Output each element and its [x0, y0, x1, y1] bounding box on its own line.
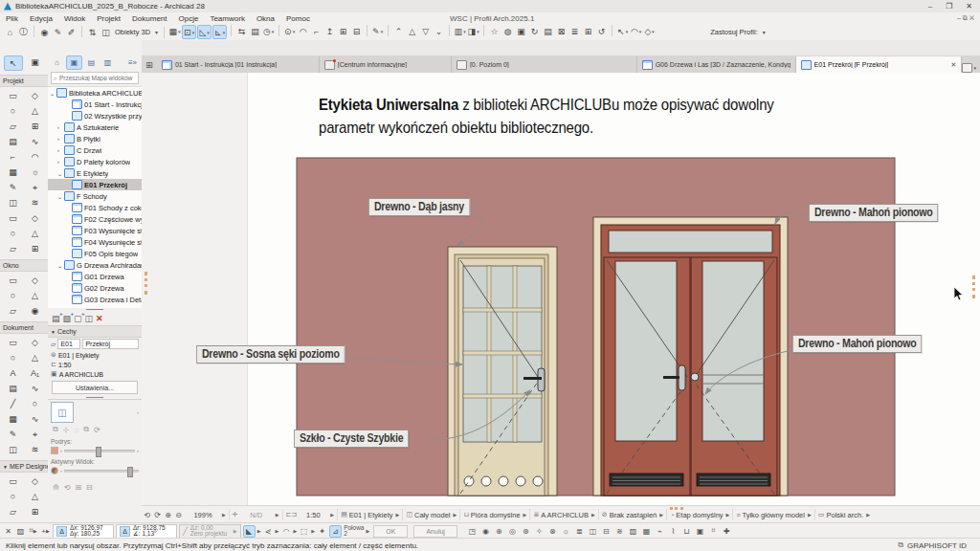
search-input[interactable] [57, 74, 138, 82]
guide-lines-icon[interactable]: ⊡ [182, 25, 196, 39]
palette-grip[interactable] [145, 272, 147, 295]
tree-item[interactable]: B Płytki [48, 133, 142, 144]
dimension-standard-control[interactable]: ▭Polski arch.▶ [815, 509, 873, 520]
zoom-redo-icon[interactable]: ⟳ [152, 511, 163, 519]
menu-widok[interactable]: Widok [58, 14, 91, 23]
material-label-mahogany-top[interactable]: Drewno - Mahoń pionowo [809, 204, 939, 222]
objects-3d-caret-icon[interactable]: ▾ [155, 29, 158, 35]
window-icon[interactable]: ○ [5, 104, 22, 118]
transom-glass[interactable] [609, 231, 772, 253]
columns-view-icon[interactable]: ◫ [588, 526, 598, 537]
tree-item-root[interactable]: Biblioteka ARCHICLUB - p [48, 87, 142, 99]
xy-coordinates[interactable]: Δ Δx: 9126,97Δy: 180,25 [53, 524, 114, 539]
person-icon[interactable]: ⊕ [494, 526, 504, 537]
close-tracker-icon[interactable]: ✕ [3, 526, 13, 537]
palette-tool-icon[interactable]: ⊟ [86, 483, 93, 492]
teamwork-users-icon[interactable]: ◉ [38, 26, 51, 38]
door-handle[interactable] [679, 365, 685, 390]
panel-icon[interactable]: ◫ [85, 314, 94, 323]
link-icon[interactable]: ✚ [722, 526, 732, 537]
publish-icon[interactable]: ◨ [467, 25, 479, 37]
pen-set-value[interactable]: A ARCHICLUB [59, 371, 103, 378]
objects-3d-label[interactable]: Obiekty 3D [115, 28, 150, 36]
arc-mode-icon[interactable]: ◠ [630, 25, 642, 37]
spline-icon[interactable]: ∿ [27, 412, 44, 426]
anchor-icon[interactable]: ⌁ [655, 526, 665, 537]
fill-icon[interactable]: ∿ [27, 382, 44, 395]
line-icon[interactable]: ╱ [5, 397, 22, 410]
search-box[interactable]: ⌕ [51, 72, 139, 84]
toolbox-section-okno[interactable]: Okno [0, 259, 48, 272]
layer-value[interactable]: E01 | Etykiety [58, 352, 100, 359]
target-dimension-icon[interactable]: ◇ [27, 336, 44, 349]
trace-switch-icon[interactable]: ⧉ [53, 425, 58, 434]
select-elements-icon[interactable]: ◳ [467, 526, 478, 537]
apply-profile-caret-icon[interactable]: ▾ [763, 29, 766, 35]
expand-chevron-icon[interactable]: › [137, 409, 139, 415]
skylight-icon[interactable]: ◠ [27, 150, 44, 164]
model-view-control[interactable]: ◫Cały model▶ [403, 509, 460, 520]
material-label-glass[interactable]: Szkło - Czyste Szybkie [294, 430, 409, 448]
graphisoft-id[interactable]: GRAPHISOFT ID [907, 541, 967, 550]
add-camera-icon[interactable]: ✧ [534, 526, 545, 537]
settings-button[interactable]: Ustawienia... [52, 381, 138, 394]
snap-points-icon[interactable]: ⊾ [212, 25, 227, 39]
info-icon[interactable]: ⓘ [17, 26, 30, 38]
waves-icon[interactable]: ≋ [614, 526, 625, 537]
menu-edycja[interactable]: Edycja [24, 14, 58, 23]
column-icon[interactable]: ▱ [5, 120, 22, 133]
graphic-override-control[interactable]: ⊘Brak zastąpień▶ [599, 509, 667, 520]
tab-active-przekroj[interactable]: E01 Przekrój [F Przekrój]✕ [796, 56, 963, 73]
zone-stamp-icon[interactable]: ▤ [5, 382, 22, 395]
grid-view-icon[interactable]: ⌗ [708, 526, 719, 537]
layer-combination-control[interactable]: ≣A ARCHICLUB▶ [530, 509, 598, 520]
palette-tool-icon[interactable]: ⟲ [64, 483, 71, 492]
scale-value[interactable]: 1:50 [58, 362, 72, 368]
sphere-icon[interactable]: ⊛ [521, 526, 531, 537]
morph-icon[interactable]: ◇ [27, 211, 44, 225]
chevron-icon[interactable]: › [137, 448, 139, 453]
frame-view-icon[interactable]: ▣ [695, 526, 705, 537]
tree-item[interactable]: C Drzwi [48, 144, 142, 156]
inject-parameters-icon[interactable]: ✐ [65, 26, 78, 38]
layout-book-icon[interactable]: ▤ [84, 56, 99, 69]
underlay-color-swatch[interactable] [51, 447, 58, 454]
shell-icon[interactable]: ⌐ [5, 150, 22, 164]
material-label-mahogany-bottom[interactable]: Drewno - Mahoń pionowo [792, 335, 923, 353]
window-stack-icon[interactable]: ⧉ [898, 540, 903, 550]
circle-icon[interactable]: ○ [27, 397, 44, 410]
schedule-icon[interactable]: ▤ [249, 25, 261, 37]
toolbox-section-mep[interactable]: ▼MEP Designer [0, 460, 48, 473]
text-icon[interactable]: A [5, 366, 22, 380]
tab-info-center[interactable]: [Centrum informacyjne] [320, 56, 452, 73]
properties-header[interactable]: ▼Cechy [48, 325, 142, 338]
duct-fitting-icon[interactable]: ◇ [27, 474, 44, 488]
toolbox-section-projekt[interactable]: Projekt [0, 75, 48, 87]
zoom-undo-icon[interactable]: ⟲ [142, 511, 152, 519]
walk-icon[interactable]: ◉ [480, 526, 491, 537]
tree-item[interactable]: G03 Drzewa i Detal [48, 294, 142, 305]
image-icon[interactable]: ▣ [515, 25, 527, 37]
stair-icon[interactable]: ⌖ [27, 181, 44, 194]
tree-item[interactable]: G02 Drzewa [48, 282, 142, 294]
detail-icon[interactable]: ▱ [5, 304, 22, 318]
dimension-icon[interactable]: ▭ [5, 336, 22, 349]
tree-item[interactable]: 02 Wszystkie przykłady [48, 110, 142, 121]
label-icon[interactable]: A₁ [27, 366, 44, 380]
magic-wand-icon[interactable]: ✦ [317, 526, 327, 537]
wall-icon[interactable]: ▭ [5, 89, 22, 102]
list-icon[interactable]: ≣ [568, 25, 581, 37]
active-view-opacity-slider[interactable] [64, 470, 139, 473]
grid-toggle-icon[interactable]: ⌗▶ [28, 526, 38, 537]
truss-icon[interactable]: △ [27, 227, 44, 240]
align-down-icon[interactable]: ▽ [419, 25, 432, 37]
tree-item[interactable]: E Etykiety [48, 167, 142, 179]
z-coordinate[interactable]: ╱ Δz: 0,00Zero projektu ▶ [179, 524, 241, 539]
interior-elevation-icon[interactable]: ○ [5, 289, 22, 302]
pickup-parameters-icon[interactable]: ✎ [52, 26, 64, 38]
trace-reference-icon[interactable]: ◫ [51, 402, 74, 423]
clone-folder-icon[interactable]: ▧+ [63, 314, 72, 323]
menu-plik[interactable]: Plik [0, 14, 24, 23]
menu-projekt[interactable]: Projekt [91, 14, 126, 23]
underlay-opacity-slider[interactable] [64, 450, 135, 452]
